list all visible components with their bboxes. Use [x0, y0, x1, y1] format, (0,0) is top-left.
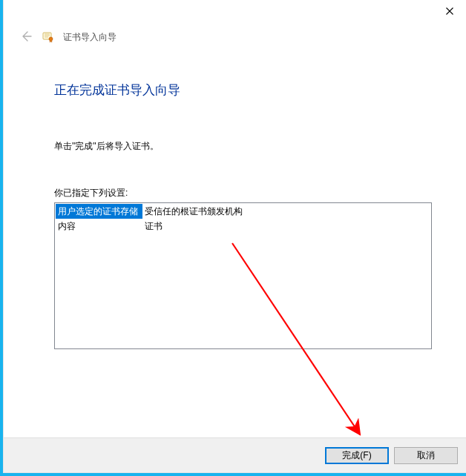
setting-value: 受信任的根证书颁发机构: [142, 204, 247, 219]
wizard-window: 证书导入向导 正在完成证书导入向导 单击"完成"后将导入证书。 你已指定下列设置…: [3, 0, 466, 473]
back-button[interactable]: [19, 30, 33, 44]
settings-table: 用户选定的证书存储 受信任的根证书颁发机构 内容 证书: [56, 204, 247, 234]
titlebar: [4, 0, 466, 22]
wizard-header: 证书导入向导: [4, 22, 466, 49]
close-icon: [446, 5, 453, 17]
setting-value: 证书: [142, 219, 247, 234]
page-heading: 正在完成证书导入向导: [54, 82, 432, 99]
setting-key: 内容: [56, 219, 142, 234]
wizard-content: 正在完成证书导入向导 单击"完成"后将导入证书。 你已指定下列设置: 用户选定的…: [4, 49, 466, 349]
svg-point-1: [49, 37, 53, 41]
close-button[interactable]: [433, 0, 466, 22]
wizard-title: 证书导入向导: [63, 31, 116, 44]
instruction-text: 单击"完成"后将导入证书。: [54, 140, 432, 153]
table-row: 用户选定的证书存储 受信任的根证书颁发机构: [56, 204, 247, 219]
window-frame-bottom: [0, 473, 466, 476]
window-frame-left: [0, 0, 3, 476]
settings-summary-box: 用户选定的证书存储 受信任的根证书颁发机构 内容 证书: [54, 202, 432, 349]
settings-label: 你已指定下列设置:: [54, 187, 432, 199]
certificate-icon: [42, 31, 54, 43]
button-bar: 完成(F) 取消: [4, 437, 466, 472]
back-arrow-icon: [19, 30, 33, 45]
setting-key-selected[interactable]: 用户选定的证书存储: [56, 204, 142, 219]
finish-button[interactable]: 完成(F): [325, 447, 389, 464]
cancel-button[interactable]: 取消: [394, 447, 458, 464]
table-row: 内容 证书: [56, 219, 247, 234]
